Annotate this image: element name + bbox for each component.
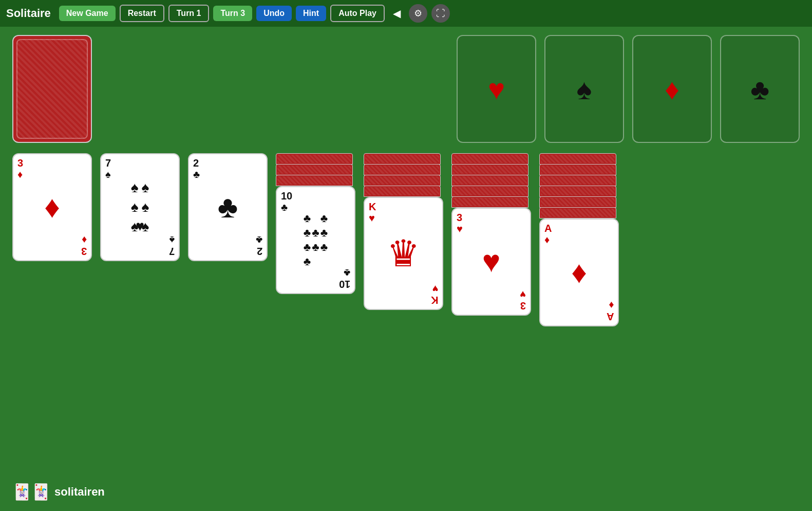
facedown-stack-4 — [276, 153, 355, 186]
clubs-icon: ♣ — [750, 72, 769, 106]
tableau: 3♦ ♦ 3♦ 7♠ ♠♠ ♠♠ ♠♠ ♥ 7♠ 2♣ ♣ — [12, 153, 800, 326]
turn1-button[interactable]: Turn 1 — [168, 5, 210, 22]
facedown-card — [276, 164, 353, 175]
volume-button[interactable]: ◀ — [389, 5, 405, 22]
card-value-br: 7♠ — [169, 234, 175, 257]
card-value-br: 3♦ — [81, 234, 87, 257]
facedown-card — [364, 164, 441, 175]
tableau-col-2: 7♠ ♠♠ ♠♠ ♠♠ ♥ 7♠ — [100, 153, 180, 261]
facedown-card — [539, 164, 616, 175]
card-center: ♦ — [571, 257, 587, 288]
facedown-card — [539, 186, 616, 197]
branding: 🃏🃏 solitairen — [12, 483, 105, 501]
tableau-col-5: K♥ ♛ K♥ — [364, 153, 443, 310]
facedown-card — [364, 153, 441, 165]
card-pips: ♣♣ ♣♣♣ ♣♣♣ ♣ — [304, 212, 328, 268]
hint-button[interactable]: Hint — [296, 6, 326, 21]
tableau-col-6: 3♥ ♥ 3♥ — [451, 153, 531, 316]
card-value-tl: K♥ — [369, 201, 376, 224]
facedown-card — [276, 175, 353, 186]
facedown-card — [276, 153, 353, 165]
card-center: ♦ — [44, 192, 60, 223]
card-kh[interactable]: K♥ ♛ K♥ — [364, 197, 443, 310]
foundation-diamonds[interactable]: ♦ — [632, 35, 712, 143]
turn3-button[interactable]: Turn 3 — [213, 6, 252, 21]
foundation-clubs[interactable]: ♣ — [720, 35, 800, 143]
tableau-col-3: 2♣ ♣ 2♣ — [188, 153, 268, 261]
card-value-tl: 2♣ — [193, 157, 200, 180]
restart-button[interactable]: Restart — [120, 5, 164, 22]
card-7s[interactable]: 7♠ ♠♠ ♠♠ ♠♠ ♥ 7♠ — [100, 153, 180, 261]
tableau-col-4: 10♣ ♣♣ ♣♣♣ ♣♣♣ ♣ 10♣ — [276, 153, 355, 294]
undo-button[interactable]: Undo — [256, 6, 292, 21]
app-title: Solitaire — [6, 7, 51, 20]
facedown-stack-6 — [451, 153, 531, 208]
settings-button[interactable]: ⚙ — [409, 4, 427, 23]
card-value-br: 3♥ — [520, 289, 526, 312]
card-value-br: 10♣ — [339, 267, 350, 290]
facedown-card — [539, 153, 616, 165]
header: Solitaire New Game Restart Turn 1 Turn 3… — [0, 0, 812, 27]
card-value-tl: 10♣ — [281, 190, 292, 213]
card-10c[interactable]: 10♣ ♣♣ ♣♣♣ ♣♣♣ ♣ 10♣ — [276, 186, 355, 294]
card-2c[interactable]: 2♣ ♣ 2♣ — [188, 153, 268, 261]
foundation-hearts[interactable]: ♥ — [457, 35, 536, 143]
auto-play-button[interactable]: Auto Play — [330, 5, 385, 22]
tableau-col-1: 3♦ ♦ 3♦ — [12, 153, 92, 261]
card-value-tl: A♦ — [544, 223, 552, 245]
hearts-icon: ♥ — [488, 72, 505, 106]
card-value-tl: 7♠ — [105, 157, 111, 180]
facedown-card — [539, 175, 616, 186]
facedown-card — [451, 153, 528, 165]
spades-icon: ♠ — [577, 72, 592, 106]
facedown-stack-5 — [364, 153, 443, 197]
card-3h[interactable]: 3♥ ♥ 3♥ — [451, 208, 531, 316]
top-row: ♥ ♠ ♦ ♣ — [12, 35, 800, 143]
facedown-stack-7 — [539, 153, 619, 218]
brand-text: solitairen — [54, 485, 105, 499]
card-pip-center: ♥ — [136, 218, 144, 234]
card-value-br: A♦ — [607, 300, 614, 322]
card-value-tl: 3♦ — [17, 157, 23, 180]
new-game-button[interactable]: New Game — [59, 6, 116, 21]
facedown-card — [451, 196, 528, 208]
stock-pile[interactable] — [12, 35, 92, 143]
tableau-col-7: A♦ ♦ A♦ — [539, 153, 619, 326]
facedown-card — [451, 164, 528, 175]
card-center: ♥ — [482, 246, 501, 277]
foundation-spades[interactable]: ♠ — [544, 35, 624, 143]
facedown-card — [451, 175, 528, 186]
card-value-tl: 3♥ — [457, 212, 463, 234]
card-value-br: K♥ — [431, 283, 438, 306]
brand-icon: 🃏🃏 — [12, 483, 50, 501]
card-3d[interactable]: 3♦ ♦ 3♦ — [12, 153, 92, 261]
diamonds-icon: ♦ — [665, 72, 679, 106]
fullscreen-button[interactable]: ⛶ — [431, 4, 450, 23]
facedown-card — [539, 207, 616, 218]
card-center: ♣ — [218, 192, 238, 223]
facedown-card — [451, 186, 528, 197]
king-figure: ♛ — [387, 232, 420, 275]
card-ad[interactable]: A♦ ♦ A♦ — [539, 218, 619, 326]
facedown-card — [539, 196, 616, 208]
facedown-card — [364, 186, 441, 197]
card-value-br: 2♣ — [256, 234, 262, 257]
facedown-card — [364, 175, 441, 186]
game-area: ♥ ♠ ♦ ♣ 3♦ ♦ 3♦ 7♠ ♠♠ ♠♠ — [0, 27, 812, 335]
